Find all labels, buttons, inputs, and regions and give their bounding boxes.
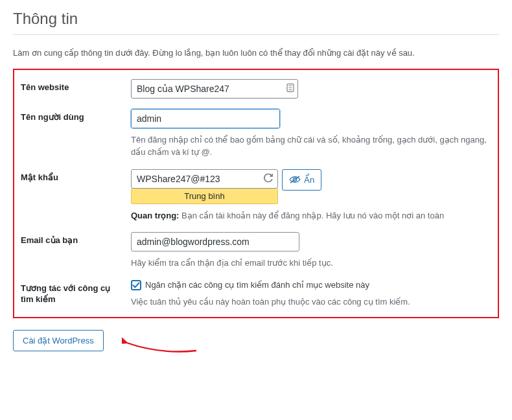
email-input[interactable] — [131, 232, 299, 251]
annotation-arrow-icon — [122, 335, 200, 357]
submit-row: Cài đặt WordPress — [13, 330, 499, 360]
row-site-title: Tên website — [17, 73, 495, 102]
search-engine-checkbox-label: Ngăn chặn các công cụ tìm kiếm đánh chỉ … — [145, 280, 369, 290]
form-input-icon — [286, 83, 294, 94]
label-search-engine: Tương tác với công cụ tìm kiếm — [17, 274, 127, 312]
label-email: Email của bạn — [17, 226, 127, 274]
hide-password-button[interactable]: Ẩn — [282, 169, 321, 191]
username-input[interactable] — [131, 109, 280, 128]
form-table: Tên website Tên người dùng Tên đăng nhập… — [17, 73, 495, 312]
password-important-note: Quan trọng: Bạn cần tài khoản này để đăn… — [131, 209, 491, 222]
label-site-title: Tên website — [17, 73, 127, 102]
password-regen-icon — [264, 173, 273, 184]
intro-text: Làm ơn cung cấp thông tin dưới đây. Đừng… — [13, 47, 499, 60]
email-hint: Hãy kiểm tra cẩn thận địa chỉ email trướ… — [131, 257, 491, 270]
username-hint: Tên đăng nhập chỉ có thể bao gồm bảng ch… — [131, 134, 491, 159]
highlight-box: Tên website Tên người dùng Tên đăng nhập… — [13, 69, 499, 319]
divider — [13, 34, 499, 35]
search-engine-checkbox[interactable] — [131, 280, 141, 290]
search-engine-hint: Việc tuân thủ yêu cầu này hoàn toàn phụ … — [131, 296, 491, 309]
row-email: Email của bạn Hãy kiểm tra cẩn thận địa … — [17, 226, 495, 274]
label-password: Mật khẩu — [17, 163, 127, 226]
page-heading: Thông tin — [13, 10, 499, 28]
row-search-engine: Tương tác với công cụ tìm kiếm Ngăn chặn… — [17, 274, 495, 312]
install-wordpress-button[interactable]: Cài đặt WordPress — [13, 330, 104, 351]
row-password: Mật khẩu Trung bình Ẩn — [17, 163, 495, 226]
hide-button-label: Ẩn — [304, 175, 314, 185]
site-title-input[interactable] — [131, 79, 298, 99]
label-username: Tên người dùng — [17, 102, 127, 163]
password-input[interactable] — [131, 169, 278, 189]
eye-slash-icon — [289, 175, 301, 184]
password-strength-meter: Trung bình — [131, 189, 278, 204]
row-username: Tên người dùng Tên đăng nhập chỉ có thể … — [17, 102, 495, 163]
